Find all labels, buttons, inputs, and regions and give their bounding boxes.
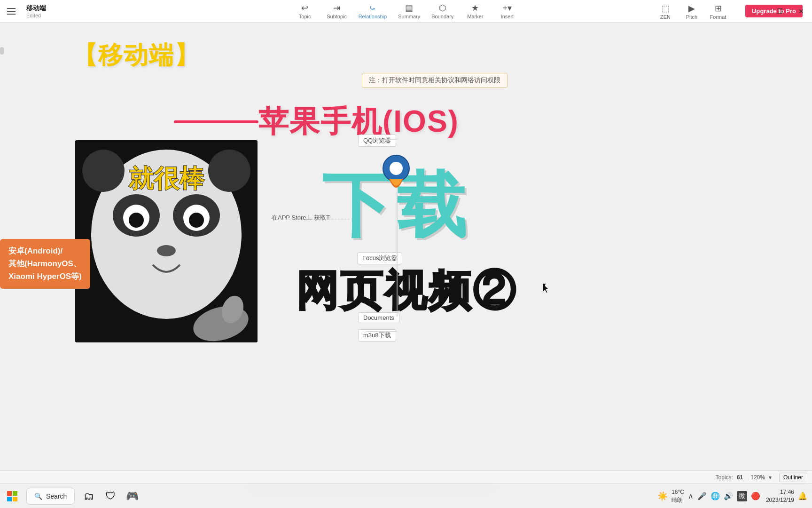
toolbar-zen[interactable]: ⬚ ZEN — [656, 3, 675, 20]
format-label: Format — [710, 14, 726, 20]
marker-icon: ★ — [471, 3, 479, 13]
app-statusbar: Topics: 61 120% ▾ Outliner — [0, 470, 812, 484]
main-canvas[interactable]: 【移动端】 注：打开软件时同意相关协议和网络访问权限 苹果手机(IOS) — [0, 23, 812, 493]
webvideo-text: 网页视频② — [296, 262, 517, 320]
game-app[interactable]: 🎮 — [122, 486, 142, 507]
clock: 17:46 — [766, 488, 794, 496]
svg-rect-34 — [13, 497, 17, 501]
boundary-label: Boundary — [431, 14, 453, 19]
topics-label: Topics: — [716, 474, 733, 481]
weather-condition: 晴朗 — [671, 496, 684, 504]
input-method-icon[interactable]: 微 — [737, 491, 747, 501]
note-box: 注：打开软件时同意相关协议和网络访问权限 — [362, 73, 508, 88]
ios-red-line — [174, 120, 258, 123]
zen-label: ZEN — [660, 14, 671, 20]
summary-icon: ▤ — [405, 3, 413, 13]
svg-point-23 — [157, 245, 176, 256]
titlebar: 移动端 Edited ↩ Topic ⇥ Subtopic ⤿ Relation… — [0, 0, 812, 23]
volume-icon[interactable]: 🔊 — [724, 492, 733, 500]
insert-icon: +▾ — [503, 3, 512, 13]
svg-text:就很棒: 就很棒 — [128, 164, 205, 192]
app-menu-button[interactable] — [0, 0, 23, 23]
extra-app-icon[interactable]: 🔴 — [751, 492, 760, 500]
start-button[interactable] — [0, 484, 24, 508]
relationship-icon: ⤿ — [369, 3, 376, 13]
svg-rect-0 — [7, 8, 16, 9]
ios-section: 苹果手机(IOS) — [174, 101, 812, 142]
toolbar-center: ↩ Topic ⇥ Subtopic ⤿ Relationship ▤ Summ… — [295, 0, 518, 23]
zoom-level[interactable]: 120% — [750, 474, 765, 481]
main-title: 【移动端】 — [73, 39, 200, 72]
date: 2023/12/19 — [766, 496, 794, 504]
windows-logo-icon — [7, 491, 18, 502]
toolbar-subtopic[interactable]: ⇥ Subtopic — [327, 3, 347, 19]
toolbar-summary[interactable]: ▤ Summary — [398, 3, 420, 19]
network-icon[interactable]: 🌐 — [710, 492, 720, 500]
marker-label: Marker — [467, 14, 483, 19]
node-m3u8[interactable]: m3u8下载 — [358, 329, 396, 341]
meme-image: 就很棒 — [75, 140, 258, 342]
toolbar-pitch[interactable]: ▶ Pitch — [682, 3, 701, 20]
meme-inner: 就很棒 — [75, 140, 258, 342]
toolbar-right: ⬚ ZEN ▶ Pitch ⊞ Format — [656, 0, 727, 23]
topic-icon: ↩ — [301, 3, 308, 13]
window-controls: — ❐ ✕ — [747, 0, 812, 23]
mouse-cursor — [543, 284, 550, 294]
svg-point-21 — [129, 213, 144, 228]
subtopic-icon: ⇥ — [333, 3, 340, 13]
pitch-icon: ▶ — [688, 3, 695, 14]
android-text: 安卓(Android)/ 其他(HarmonyOS、 Xiaomi HyperO… — [8, 246, 82, 281]
app-status: Edited — [26, 13, 46, 18]
taskbar-tray: ☀️ 16°C 晴朗 ∧ 🎤 🌐 🔊 微 🔴 17:46 2023/12/19 … — [657, 484, 812, 508]
toolbar-topic[interactable]: ↩ Topic — [295, 3, 315, 19]
file-explorer-app[interactable]: 🗂 — [78, 486, 99, 507]
search-text: Search — [46, 492, 67, 500]
toolbar-insert[interactable]: +▾ Insert — [497, 3, 517, 19]
map-pin-icon — [380, 154, 413, 203]
minimize-button[interactable]: — — [747, 0, 769, 23]
toolbar-relationship[interactable]: ⤿ Relationship — [359, 3, 387, 19]
tray-time[interactable]: 17:46 2023/12/19 — [766, 488, 794, 504]
topic-label: Topic — [299, 14, 311, 19]
insert-label: Insert — [501, 14, 514, 19]
close-button[interactable]: ✕ — [790, 0, 812, 23]
microphone-icon[interactable]: 🎤 — [697, 492, 707, 500]
subtopic-label: Subtopic — [327, 14, 347, 19]
summary-label: Summary — [398, 14, 420, 19]
scroll-button[interactable] — [0, 47, 4, 55]
toolbar-boundary[interactable]: ⬡ Boundary — [431, 3, 453, 19]
zen-icon: ⬚ — [662, 3, 670, 14]
zoom-chevron[interactable]: ▾ — [769, 474, 772, 481]
app-title: 移动端 — [26, 4, 46, 13]
app-status-right: Topics: 61 120% ▾ Outliner — [716, 473, 807, 482]
taskbar-apps: 🗂 🛡 🎮 — [78, 486, 142, 507]
svg-rect-33 — [7, 497, 12, 501]
format-icon: ⊞ — [715, 3, 722, 14]
svg-rect-1 — [7, 11, 16, 12]
notification-icon[interactable]: 🔔 — [798, 492, 807, 500]
app-title-area: 移动端 Edited — [26, 4, 46, 18]
svg-point-22 — [189, 213, 204, 228]
outliner-button[interactable]: Outliner — [779, 473, 807, 482]
maximize-button[interactable]: ❐ — [769, 0, 790, 23]
chevron-up-icon[interactable]: ∧ — [688, 492, 694, 500]
svg-rect-31 — [7, 491, 12, 496]
weather-icon: ☀️ — [657, 491, 668, 501]
game-icon: 🎮 — [126, 490, 139, 502]
toolbar-marker[interactable]: ★ Marker — [465, 3, 485, 19]
mindmap-content: 【移动端】 注：打开软件时同意相关协议和网络访问权限 苹果手机(IOS) — [0, 23, 812, 493]
topics-count: 61 — [737, 474, 743, 481]
svg-point-25 — [208, 150, 250, 192]
toolbar-format[interactable]: ⊞ Format — [709, 3, 727, 20]
node-qq-browser[interactable]: QQ浏览器 — [358, 135, 396, 147]
svg-rect-32 — [13, 491, 17, 496]
left-scroll[interactable] — [0, 45, 4, 455]
shield-app[interactable]: 🛡 — [100, 486, 121, 507]
taskbar-search[interactable]: 🔍 Search — [26, 488, 75, 505]
shield-icon: 🛡 — [105, 490, 116, 502]
panda-svg: 就很棒 — [75, 140, 258, 342]
svg-point-24 — [82, 150, 125, 192]
file-explorer-icon: 🗂 — [84, 490, 94, 502]
android-label: 安卓(Android)/ 其他(HarmonyOS、 Xiaomi HyperO… — [0, 239, 90, 289]
appstore-label: 在APP Store上 获取T — [272, 214, 330, 222]
